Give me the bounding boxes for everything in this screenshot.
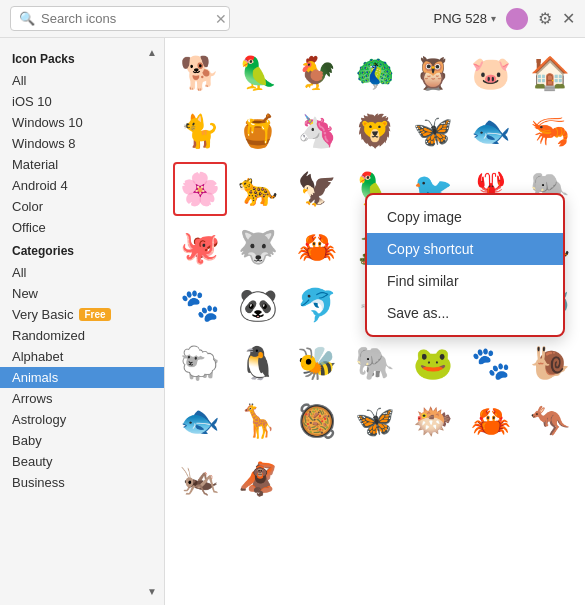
chevron-down-icon: ▾: [491, 13, 496, 24]
icon-cell[interactable]: 🦋: [406, 104, 460, 158]
icon-cell[interactable]: 🏠: [523, 46, 577, 100]
sidebar-item-label: Astrology: [12, 412, 66, 427]
icon-cell[interactable]: 🐧: [231, 336, 285, 390]
free-badge: Free: [79, 308, 110, 321]
icon-emoji: 🐈: [180, 115, 220, 147]
icon-cell[interactable]: 🐈: [173, 104, 227, 158]
sidebar-item-windows-10[interactable]: Windows 10: [0, 112, 164, 133]
icon-emoji: 🦁: [355, 115, 395, 147]
icon-emoji: 🐙: [180, 231, 220, 263]
icon-cell[interactable]: 🦋: [348, 394, 402, 448]
icon-emoji: 🦀: [297, 231, 337, 263]
clear-icon[interactable]: ✕: [215, 12, 227, 26]
sidebar-item-randomized[interactable]: Randomized: [0, 325, 164, 346]
icon-cell[interactable]: 🦜: [231, 46, 285, 100]
icon-cell[interactable]: 🦁: [348, 104, 402, 158]
icon-cell[interactable]: 🦅: [290, 162, 344, 216]
sidebar-item-beauty[interactable]: Beauty: [0, 451, 164, 472]
icon-emoji: 🦋: [413, 115, 453, 147]
icon-cell[interactable]: 🐆: [231, 162, 285, 216]
color-picker[interactable]: [506, 8, 528, 30]
context-menu-item-copy-image[interactable]: Copy image: [367, 201, 563, 233]
icon-cell[interactable]: 🐷: [464, 46, 518, 100]
icon-emoji: 🦅: [297, 173, 337, 205]
icon-cell[interactable]: 🐼: [231, 278, 285, 332]
scroll-down-arrow[interactable]: ▼: [146, 585, 158, 597]
icon-emoji: 🦉: [413, 57, 453, 89]
icon-cell[interactable]: 🐌: [523, 336, 577, 390]
icon-cell[interactable]: 🌸: [173, 162, 227, 216]
close-icon[interactable]: ✕: [562, 9, 575, 28]
icon-emoji: 🐺: [238, 231, 278, 263]
icon-cell[interactable]: 🐓: [290, 46, 344, 100]
sidebar-item-label: Beauty: [12, 454, 52, 469]
context-menu-item-copy-shortcut[interactable]: Copy shortcut: [367, 233, 563, 265]
search-box[interactable]: 🔍 Search icons ✕: [10, 6, 230, 31]
icon-emoji: 🐧: [238, 347, 278, 379]
context-menu: Copy imageCopy shortcutFind similarSave …: [365, 193, 565, 337]
sidebar-item-label: Animals: [12, 370, 58, 385]
icon-cell[interactable]: 🐡: [406, 394, 460, 448]
icon-cell[interactable]: 🦘: [523, 394, 577, 448]
search-input[interactable]: Search icons: [41, 11, 209, 26]
icon-emoji: 🐼: [238, 289, 278, 321]
sidebar-item-all[interactable]: All: [0, 262, 164, 283]
sidebar-item-office[interactable]: Office: [0, 217, 164, 238]
icon-cell[interactable]: 🐾: [173, 278, 227, 332]
icon-cell[interactable]: 🐾: [464, 336, 518, 390]
icon-cell[interactable]: 🐙: [173, 220, 227, 274]
sidebar-item-label: Alphabet: [12, 349, 63, 364]
icon-emoji: 🦒: [238, 405, 278, 437]
icon-emoji: 🐕: [180, 57, 220, 89]
icon-emoji: 🐷: [471, 57, 511, 89]
icon-cell[interactable]: 🐑: [173, 336, 227, 390]
icon-cell[interactable]: 🐺: [231, 220, 285, 274]
sidebar-item-arrows[interactable]: Arrows: [0, 388, 164, 409]
sidebar-item-windows-8[interactable]: Windows 8: [0, 133, 164, 154]
icon-emoji: 🐾: [471, 347, 511, 379]
sidebar-item-baby[interactable]: Baby: [0, 430, 164, 451]
icon-emoji: 🐝: [297, 347, 337, 379]
sidebar-item-new[interactable]: New: [0, 283, 164, 304]
sidebar-item-very-basic[interactable]: Very BasicFree: [0, 304, 164, 325]
icon-cell[interactable]: 🐝: [290, 336, 344, 390]
context-menu-item-save-as...[interactable]: Save as...: [367, 297, 563, 329]
sidebar-item-android-4[interactable]: Android 4: [0, 175, 164, 196]
icon-cell[interactable]: 🐬: [290, 278, 344, 332]
sidebar-item-all[interactable]: All: [0, 70, 164, 91]
icon-cell[interactable]: 🦗: [173, 452, 227, 506]
icon-cell[interactable]: 🐟: [464, 104, 518, 158]
icon-emoji: 🐟: [180, 405, 220, 437]
sidebar-item-alphabet[interactable]: Alphabet: [0, 346, 164, 367]
icon-cell[interactable]: 🐕: [173, 46, 227, 100]
icon-cell[interactable]: 🥘: [290, 394, 344, 448]
gear-icon[interactable]: ⚙: [538, 9, 552, 28]
icon-cell[interactable]: 🦧: [231, 452, 285, 506]
icon-cell[interactable]: 🐘: [348, 336, 402, 390]
sidebar-item-astrology[interactable]: Astrology: [0, 409, 164, 430]
sidebar-item-label: All: [12, 265, 26, 280]
sidebar-item-color[interactable]: Color: [0, 196, 164, 217]
scroll-up-arrow[interactable]: ▲: [146, 46, 158, 58]
icon-cell[interactable]: 🐟: [173, 394, 227, 448]
icon-emoji: 🐆: [238, 173, 278, 205]
icon-cell[interactable]: 🦚: [348, 46, 402, 100]
icon-cell[interactable]: 🦐: [523, 104, 577, 158]
main-content: ▲ Icon Packs AlliOS 10Windows 10Windows …: [0, 38, 585, 605]
icon-cell[interactable]: 🦄: [290, 104, 344, 158]
icon-emoji: 🦋: [355, 405, 395, 437]
icon-cell[interactable]: 🦀: [290, 220, 344, 274]
format-dropdown[interactable]: PNG 528 ▾: [434, 11, 496, 26]
sidebar-item-material[interactable]: Material: [0, 154, 164, 175]
icon-cell[interactable]: 🦒: [231, 394, 285, 448]
icon-cell[interactable]: 🦉: [406, 46, 460, 100]
icon-packs-title: Icon Packs: [0, 46, 164, 70]
context-menu-item-find-similar[interactable]: Find similar: [367, 265, 563, 297]
icon-cell[interactable]: 🐸: [406, 336, 460, 390]
icon-cell[interactable]: 🦀: [464, 394, 518, 448]
icon-emoji: 🐬: [297, 289, 337, 321]
sidebar-item-ios-10[interactable]: iOS 10: [0, 91, 164, 112]
sidebar-item-business[interactable]: Business: [0, 472, 164, 493]
sidebar-item-animals[interactable]: Animals: [0, 367, 164, 388]
icon-cell[interactable]: 🍯: [231, 104, 285, 158]
